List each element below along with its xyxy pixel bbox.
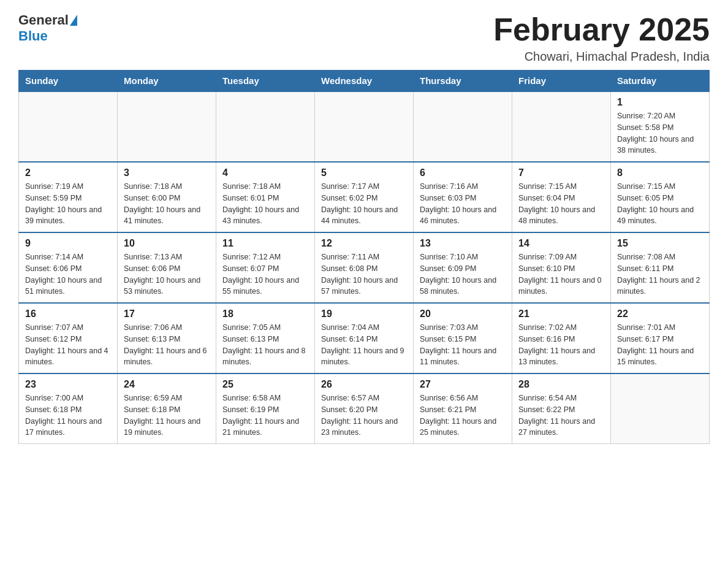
day-number: 22 bbox=[617, 308, 703, 320]
calendar-cell: 1Sunrise: 7:20 AMSunset: 5:58 PMDaylight… bbox=[611, 91, 710, 162]
day-number: 5 bbox=[321, 167, 407, 178]
calendar-cell bbox=[315, 91, 414, 162]
calendar-cell: 11Sunrise: 7:12 AMSunset: 6:07 PMDayligh… bbox=[216, 232, 315, 303]
day-number: 3 bbox=[124, 167, 210, 178]
calendar-cell: 7Sunrise: 7:15 AMSunset: 6:04 PMDaylight… bbox=[512, 162, 611, 232]
day-info: Sunrise: 7:04 AMSunset: 6:14 PMDaylight:… bbox=[321, 322, 407, 368]
calendar-table: SundayMondayTuesdayWednesdayThursdayFrid… bbox=[18, 70, 710, 444]
title-section: February 2025 Chowari, Himachal Pradesh,… bbox=[493, 12, 710, 64]
calendar-cell: 15Sunrise: 7:08 AMSunset: 6:11 PMDayligh… bbox=[611, 232, 710, 303]
calendar-cell: 10Sunrise: 7:13 AMSunset: 6:06 PMDayligh… bbox=[118, 232, 216, 303]
calendar-cell: 26Sunrise: 6:57 AMSunset: 6:20 PMDayligh… bbox=[315, 373, 414, 444]
calendar-cell: 28Sunrise: 6:54 AMSunset: 6:22 PMDayligh… bbox=[512, 373, 611, 444]
day-info: Sunrise: 6:57 AMSunset: 6:20 PMDaylight:… bbox=[321, 393, 407, 439]
day-number: 8 bbox=[617, 167, 703, 178]
day-info: Sunrise: 7:13 AMSunset: 6:06 PMDaylight:… bbox=[124, 251, 210, 297]
logo: General Blue bbox=[18, 12, 78, 44]
calendar-cell: 23Sunrise: 7:00 AMSunset: 6:18 PMDayligh… bbox=[19, 373, 118, 444]
calendar-cell: 25Sunrise: 6:58 AMSunset: 6:19 PMDayligh… bbox=[216, 373, 315, 444]
calendar-cell: 13Sunrise: 7:10 AMSunset: 6:09 PMDayligh… bbox=[414, 232, 512, 303]
day-info: Sunrise: 7:08 AMSunset: 6:11 PMDaylight:… bbox=[617, 251, 703, 297]
day-info: Sunrise: 7:10 AMSunset: 6:09 PMDaylight:… bbox=[420, 251, 506, 297]
day-number: 17 bbox=[124, 308, 210, 320]
day-number: 13 bbox=[420, 238, 506, 249]
day-info: Sunrise: 6:54 AMSunset: 6:22 PMDaylight:… bbox=[518, 393, 604, 439]
day-number: 16 bbox=[25, 308, 111, 320]
day-info: Sunrise: 7:18 AMSunset: 6:01 PMDaylight:… bbox=[222, 181, 308, 227]
day-number: 11 bbox=[222, 238, 308, 249]
day-info: Sunrise: 7:02 AMSunset: 6:16 PMDaylight:… bbox=[518, 322, 604, 368]
day-info: Sunrise: 7:06 AMSunset: 6:13 PMDaylight:… bbox=[124, 322, 210, 368]
day-number: 1 bbox=[617, 97, 703, 108]
location-text: Chowari, Himachal Pradesh, India bbox=[493, 50, 710, 64]
calendar-header-tuesday: Tuesday bbox=[216, 71, 315, 92]
week-row-2: 2Sunrise: 7:19 AMSunset: 5:59 PMDaylight… bbox=[19, 162, 710, 232]
day-number: 6 bbox=[420, 167, 506, 178]
week-row-3: 9Sunrise: 7:14 AMSunset: 6:06 PMDaylight… bbox=[19, 232, 710, 303]
day-info: Sunrise: 7:12 AMSunset: 6:07 PMDaylight:… bbox=[222, 251, 308, 297]
day-number: 14 bbox=[518, 238, 604, 249]
calendar-header-row: SundayMondayTuesdayWednesdayThursdayFrid… bbox=[19, 71, 710, 92]
day-number: 28 bbox=[518, 379, 604, 390]
page-header: General Blue February 2025 Chowari, Hima… bbox=[18, 12, 710, 64]
logo-blue-text: Blue bbox=[18, 28, 48, 44]
calendar-cell: 8Sunrise: 7:15 AMSunset: 6:05 PMDaylight… bbox=[611, 162, 710, 232]
day-info: Sunrise: 7:20 AMSunset: 5:58 PMDaylight:… bbox=[617, 110, 703, 156]
day-info: Sunrise: 7:03 AMSunset: 6:15 PMDaylight:… bbox=[420, 322, 506, 368]
day-info: Sunrise: 7:16 AMSunset: 6:03 PMDaylight:… bbox=[420, 181, 506, 227]
calendar-header-friday: Friday bbox=[512, 71, 611, 92]
calendar-cell: 20Sunrise: 7:03 AMSunset: 6:15 PMDayligh… bbox=[414, 303, 512, 373]
day-info: Sunrise: 7:00 AMSunset: 6:18 PMDaylight:… bbox=[25, 393, 111, 439]
day-info: Sunrise: 7:05 AMSunset: 6:13 PMDaylight:… bbox=[222, 322, 308, 368]
calendar-cell: 9Sunrise: 7:14 AMSunset: 6:06 PMDaylight… bbox=[19, 232, 118, 303]
day-number: 2 bbox=[25, 167, 111, 178]
day-info: Sunrise: 7:07 AMSunset: 6:12 PMDaylight:… bbox=[25, 322, 111, 368]
calendar-cell bbox=[118, 91, 216, 162]
day-info: Sunrise: 7:18 AMSunset: 6:00 PMDaylight:… bbox=[124, 181, 210, 227]
calendar-header-monday: Monday bbox=[118, 71, 216, 92]
calendar-cell: 6Sunrise: 7:16 AMSunset: 6:03 PMDaylight… bbox=[414, 162, 512, 232]
calendar-cell: 19Sunrise: 7:04 AMSunset: 6:14 PMDayligh… bbox=[315, 303, 414, 373]
calendar-cell: 18Sunrise: 7:05 AMSunset: 6:13 PMDayligh… bbox=[216, 303, 315, 373]
day-number: 15 bbox=[617, 238, 703, 249]
day-number: 23 bbox=[25, 379, 111, 390]
calendar-cell: 2Sunrise: 7:19 AMSunset: 5:59 PMDaylight… bbox=[19, 162, 118, 232]
week-row-5: 23Sunrise: 7:00 AMSunset: 6:18 PMDayligh… bbox=[19, 373, 710, 444]
calendar-cell: 3Sunrise: 7:18 AMSunset: 6:00 PMDaylight… bbox=[118, 162, 216, 232]
calendar-header-saturday: Saturday bbox=[611, 71, 710, 92]
calendar-header-wednesday: Wednesday bbox=[315, 71, 414, 92]
day-number: 18 bbox=[222, 308, 308, 320]
day-number: 24 bbox=[124, 379, 210, 390]
calendar-header-thursday: Thursday bbox=[414, 71, 512, 92]
calendar-cell bbox=[19, 91, 118, 162]
calendar-cell: 17Sunrise: 7:06 AMSunset: 6:13 PMDayligh… bbox=[118, 303, 216, 373]
logo-triangle-icon bbox=[70, 15, 77, 26]
calendar-cell: 4Sunrise: 7:18 AMSunset: 6:01 PMDaylight… bbox=[216, 162, 315, 232]
calendar-cell bbox=[216, 91, 315, 162]
day-info: Sunrise: 7:01 AMSunset: 6:17 PMDaylight:… bbox=[617, 322, 703, 368]
day-number: 21 bbox=[518, 308, 604, 320]
day-number: 4 bbox=[222, 167, 308, 178]
day-info: Sunrise: 7:09 AMSunset: 6:10 PMDaylight:… bbox=[518, 251, 604, 297]
calendar-cell: 12Sunrise: 7:11 AMSunset: 6:08 PMDayligh… bbox=[315, 232, 414, 303]
day-number: 20 bbox=[420, 308, 506, 320]
day-number: 26 bbox=[321, 379, 407, 390]
calendar-cell bbox=[414, 91, 512, 162]
day-number: 25 bbox=[222, 379, 308, 390]
day-info: Sunrise: 7:15 AMSunset: 6:05 PMDaylight:… bbox=[617, 181, 703, 227]
day-number: 7 bbox=[518, 167, 604, 178]
calendar-cell: 16Sunrise: 7:07 AMSunset: 6:12 PMDayligh… bbox=[19, 303, 118, 373]
calendar-cell bbox=[611, 373, 710, 444]
day-number: 10 bbox=[124, 238, 210, 249]
day-info: Sunrise: 7:17 AMSunset: 6:02 PMDaylight:… bbox=[321, 181, 407, 227]
calendar-cell: 5Sunrise: 7:17 AMSunset: 6:02 PMDaylight… bbox=[315, 162, 414, 232]
day-number: 9 bbox=[25, 238, 111, 249]
calendar-cell: 21Sunrise: 7:02 AMSunset: 6:16 PMDayligh… bbox=[512, 303, 611, 373]
calendar-cell: 22Sunrise: 7:01 AMSunset: 6:17 PMDayligh… bbox=[611, 303, 710, 373]
day-info: Sunrise: 6:59 AMSunset: 6:18 PMDaylight:… bbox=[124, 393, 210, 439]
logo-general-text: General bbox=[18, 12, 69, 28]
calendar-header-sunday: Sunday bbox=[19, 71, 118, 92]
calendar-cell: 24Sunrise: 6:59 AMSunset: 6:18 PMDayligh… bbox=[118, 373, 216, 444]
day-number: 27 bbox=[420, 379, 506, 390]
day-info: Sunrise: 6:58 AMSunset: 6:19 PMDaylight:… bbox=[222, 393, 308, 439]
